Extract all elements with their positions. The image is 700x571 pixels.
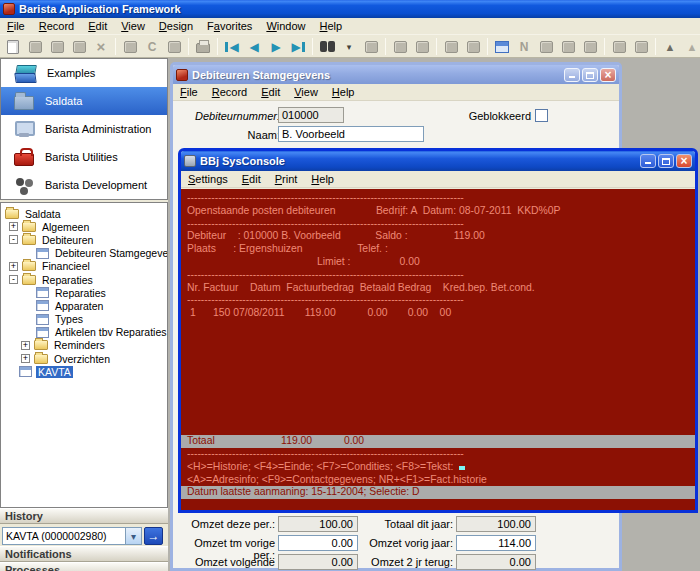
console-window-titlebar[interactable]: BBj SysConsole [181, 151, 695, 171]
close-button[interactable] [600, 68, 616, 82]
export-icon[interactable] [630, 37, 652, 57]
menu-item-file[interactable]: File [0, 19, 32, 33]
debiteuren-window-titlebar[interactable]: Debiteuren Stamgegevens [173, 65, 619, 84]
edit-record-icon[interactable] [68, 37, 90, 57]
menu-item-view[interactable]: View [287, 85, 325, 99]
delete-record-icon[interactable] [90, 37, 112, 57]
search-options-icon [345, 42, 353, 52]
refresh-record-icon[interactable] [163, 37, 185, 57]
menu-item-record[interactable]: Record [32, 19, 81, 33]
tree-item-artikelen-tbv-reparaties[interactable]: Artikelen tbv Reparaties [1, 326, 167, 339]
menu-item-help[interactable]: Help [304, 172, 341, 186]
notes-icon[interactable] [513, 37, 535, 57]
omzet-input[interactable]: 100.00 [456, 516, 536, 532]
last-record-icon[interactable] [287, 37, 309, 57]
toolbar-separator [655, 38, 656, 55]
search-options-icon[interactable] [338, 37, 360, 57]
launcher-item-barista-development[interactable]: Barista Development [1, 171, 167, 199]
console-client[interactable]: ----------------------------------------… [181, 189, 695, 510]
launcher-item-barista-administration[interactable]: Barista Administration [1, 115, 167, 143]
omzet-input[interactable]: 0.00 [456, 554, 536, 570]
menu-item-help[interactable]: Help [313, 19, 350, 33]
menu-item-design[interactable]: Design [152, 19, 200, 33]
move-up-icon[interactable] [659, 37, 681, 57]
history-section-header[interactable]: History [0, 508, 168, 524]
tree-expander-icon[interactable]: - [9, 235, 18, 244]
search-icon[interactable] [316, 37, 338, 57]
paste-icon[interactable] [557, 37, 579, 57]
maximize-button[interactable] [582, 68, 598, 82]
menu-item-edit[interactable]: Edit [81, 19, 114, 33]
tree-expander-icon[interactable]: + [9, 262, 18, 271]
menu-item-settings[interactable]: Settings [181, 172, 235, 186]
clear-record-icon[interactable] [141, 37, 163, 57]
chart-icon[interactable] [462, 37, 484, 57]
menu-item-view[interactable]: View [114, 19, 152, 33]
tree-item-kavta[interactable]: KAVTA [1, 365, 167, 378]
processes-section-header[interactable]: Processes [0, 562, 168, 571]
new-record-icon[interactable] [2, 37, 24, 57]
application-frame: Barista Application Framework FileRecord… [0, 0, 700, 571]
tree-item-types[interactable]: Types [1, 313, 167, 326]
save-record-icon[interactable] [119, 37, 141, 57]
first-record-icon[interactable] [221, 37, 243, 57]
naam-input[interactable]: B. Voorbeeld [278, 126, 424, 142]
launcher-item-saldata[interactable]: Saldata [1, 87, 167, 115]
console-output[interactable]: ----------------------------------------… [181, 189, 695, 510]
duplicate-record-icon[interactable] [46, 37, 68, 57]
previous-record-icon[interactable] [243, 37, 265, 57]
grid-icon[interactable] [440, 37, 462, 57]
geblokkeerd-checkbox[interactable] [535, 109, 548, 122]
copy-record-icon[interactable] [24, 37, 46, 57]
tree-item-reminders[interactable]: +Reminders [1, 339, 167, 352]
tree-item-debiteuren-stamgegevens[interactable]: Debiteuren Stamgegevens [1, 247, 167, 260]
tree-item-financieel[interactable]: +Financieel [1, 260, 167, 273]
toolbar-separator [188, 38, 189, 55]
properties-icon[interactable] [579, 37, 601, 57]
tree-item-saldata[interactable]: Saldata [1, 207, 167, 220]
next-record-icon[interactable] [265, 37, 287, 57]
move-top-icon[interactable] [681, 37, 700, 57]
menu-item-favorites[interactable]: Favorites [200, 19, 259, 33]
menu-item-edit[interactable]: Edit [254, 85, 287, 99]
tree-item-debiteuren[interactable]: -Debiteuren [1, 233, 167, 246]
history-go-button[interactable] [144, 527, 163, 545]
tree-item-overzichten[interactable]: +Overzichten [1, 352, 167, 365]
tree-item-reparaties[interactable]: Reparaties [1, 286, 167, 299]
tree-expander-icon[interactable]: - [9, 275, 18, 284]
tree-expander-icon[interactable]: + [21, 341, 30, 350]
main-titlebar[interactable]: Barista Application Framework [0, 0, 700, 18]
query-icon[interactable] [360, 37, 382, 57]
menu-item-print[interactable]: Print [268, 172, 305, 186]
tree-expander-icon[interactable]: + [21, 354, 30, 363]
console-line: Plaats : Ergenshuizen Telef. : [187, 243, 689, 256]
tree-item-reparaties[interactable]: -Reparaties [1, 273, 167, 286]
form-designer-icon[interactable] [491, 37, 513, 57]
options-icon[interactable] [411, 37, 433, 57]
menu-item-record[interactable]: Record [205, 85, 254, 99]
launcher-item-examples[interactable]: Examples [1, 59, 167, 87]
menu-item-file[interactable]: File [173, 85, 205, 99]
tree-item-apparaten[interactable]: Apparaten [1, 299, 167, 312]
maximize-button[interactable] [658, 154, 674, 168]
copy-icon[interactable] [535, 37, 557, 57]
menu-item-window[interactable]: Window [259, 19, 312, 33]
minimize-button[interactable] [564, 68, 580, 82]
notifications-section-header[interactable]: Notifications [0, 546, 168, 562]
main-window-title: Barista Application Framework [19, 3, 181, 15]
omzet-input[interactable]: 114.00 [456, 535, 536, 551]
launcher-item-barista-utilities[interactable]: Barista Utilities [1, 143, 167, 171]
menu-item-edit[interactable]: Edit [235, 172, 268, 186]
minimize-button[interactable] [640, 154, 656, 168]
print-icon[interactable] [192, 37, 214, 57]
debiteurnummer-input[interactable]: 010000 [278, 107, 344, 123]
tree-expander-icon[interactable]: + [9, 222, 18, 231]
print-icon [196, 43, 210, 53]
history-dropdown-button[interactable] [125, 528, 141, 544]
tree-item-algemeen[interactable]: +Algemeen [1, 220, 167, 233]
history-combobox[interactable]: KAVTA (0000002980) [2, 527, 142, 545]
filter-icon[interactable] [389, 37, 411, 57]
menu-item-help[interactable]: Help [325, 85, 362, 99]
close-button[interactable] [676, 154, 692, 168]
import-icon[interactable] [608, 37, 630, 57]
